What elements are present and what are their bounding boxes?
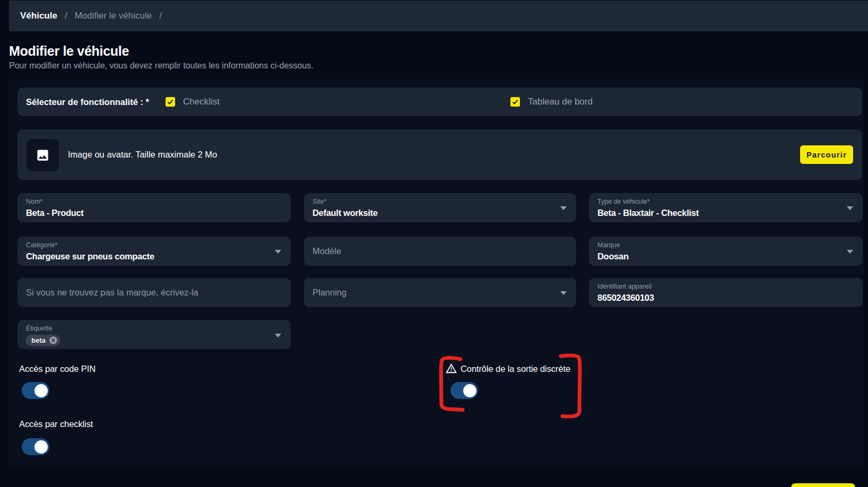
field-categorie-label: Catégorie* (26, 241, 57, 249)
chevron-down-icon[interactable] (275, 334, 281, 337)
toggle-thumb (463, 384, 476, 397)
breadcrumb-separator-2: / (159, 11, 162, 21)
field-type-vehicule-value: Beta - Blaxtair - Checklist (597, 208, 699, 218)
toggle-checklist-label: Accès par checklist (19, 419, 93, 429)
field-modele[interactable]: Modèle (304, 237, 576, 266)
field-planning[interactable]: Planning (304, 278, 576, 307)
check-icon (167, 98, 174, 106)
toggle-pin[interactable] (22, 382, 49, 399)
field-nom-label: Nom* (26, 198, 42, 205)
field-nom-value: Beta - Product (26, 208, 84, 218)
breadcrumb: Véhicule / Modifier le véhicule / (20, 1, 162, 31)
page-subtitle: Pour modifier un véhicule, vous devez re… (9, 61, 314, 71)
chevron-down-icon[interactable] (560, 291, 567, 295)
checkbox-checklist-label[interactable]: Checklist (183, 97, 220, 107)
toggle-checklist[interactable] (22, 438, 49, 455)
field-type-vehicule-label: Type de véhicule* (597, 198, 650, 205)
image-upload-text: Image ou avatar. Taille maximale 2 Mo (68, 129, 217, 180)
field-marque-label: Marque (597, 241, 620, 249)
field-marque-libre[interactable]: Si vous ne trouvez pas la marque, écrive… (18, 278, 291, 307)
field-identifiant-appareil[interactable]: Identifiant appareil 865024360103 (589, 278, 863, 307)
warning-icon (445, 362, 457, 375)
feature-selector-row: Sélecteur de fonctionnalité : * Checklis… (18, 88, 862, 116)
check-icon (511, 98, 519, 106)
chevron-down-icon[interactable] (275, 250, 281, 254)
field-site-value: Default worksite (313, 208, 378, 218)
browse-button[interactable]: Parcourir (800, 145, 853, 164)
toggle-thumb (34, 384, 48, 397)
field-categorie-value: Chargeuse sur pneus compacte (26, 251, 154, 262)
chevron-down-icon[interactable] (847, 206, 853, 210)
field-site[interactable]: Site* Default worksite (304, 193, 576, 222)
breadcrumb-modifier-le-vehicule[interactable]: Modifier le véhicule (75, 11, 152, 21)
checkbox-checklist[interactable] (166, 97, 175, 107)
field-identifiant-appareil-value: 865024360103 (597, 293, 654, 303)
breadcrumb-bar: Véhicule / Modifier le véhicule / (9, 1, 868, 31)
chevron-down-icon[interactable] (847, 250, 853, 254)
field-marque[interactable]: Marque Doosan (589, 237, 863, 266)
toggle-thumb (34, 440, 48, 454)
field-marque-value: Doosan (597, 251, 629, 262)
field-etiquette-label: Étiquette (26, 325, 52, 332)
checkbox-tableau-de-bord-label[interactable]: Tableau de bord (528, 97, 593, 107)
field-etiquette[interactable]: Étiquette beta (18, 320, 291, 349)
bottom-action-button[interactable] (791, 483, 855, 487)
toggle-pin-label: Accès par code PIN (19, 364, 96, 374)
tag-chip-beta: beta (25, 335, 60, 346)
field-marque-libre-placeholder: Si vous ne trouvez pas la marque, écrive… (26, 278, 198, 307)
chevron-down-icon[interactable] (560, 206, 567, 210)
breadcrumb-vehicule[interactable]: Véhicule (20, 11, 57, 21)
image-upload-row: Image ou avatar. Taille maximale 2 Mo Pa… (18, 129, 862, 180)
field-site-label: Site* (313, 198, 326, 205)
checkbox-tableau-de-bord[interactable] (510, 97, 520, 107)
image-placeholder (27, 139, 59, 171)
field-type-vehicule[interactable]: Type de véhicule* Beta - Blaxtair - Chec… (589, 193, 863, 222)
field-modele-placeholder: Modèle (313, 237, 341, 266)
breadcrumb-separator: / (65, 11, 67, 21)
page: Véhicule / Modifier le véhicule / Modifi… (0, 0, 868, 487)
field-identifiant-appareil-label: Identifiant appareil (597, 283, 652, 290)
page-title: Modifier le véhicule (9, 44, 129, 59)
remove-tag-icon[interactable] (49, 336, 58, 345)
toggle-sortie-discrete-label: Contrôle de la sortie discrète (461, 364, 570, 374)
field-planning-placeholder: Planning (313, 278, 346, 307)
feature-selector-label: Sélecteur de fonctionnalité : * (26, 88, 149, 116)
image-icon (36, 148, 50, 162)
tag-chip-label: beta (31, 336, 46, 344)
toggle-sortie-discrete[interactable] (450, 382, 478, 399)
field-categorie[interactable]: Catégorie* Chargeuse sur pneus compacte (18, 237, 291, 266)
field-nom[interactable]: Nom* Beta - Product (18, 193, 291, 222)
